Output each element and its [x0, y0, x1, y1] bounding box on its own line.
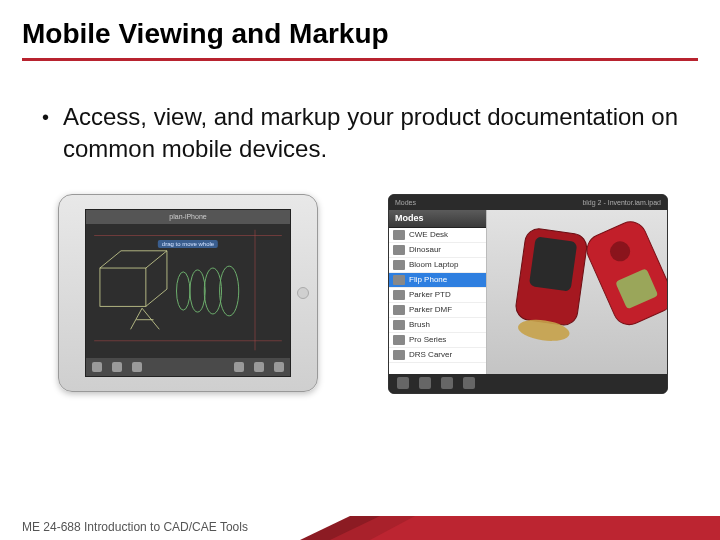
sidebar-thumb-icon — [393, 230, 405, 240]
topbar-right-label: bldg 2 - Inventor.iam.ipad — [582, 199, 661, 206]
svg-rect-0 — [100, 268, 146, 306]
sidebar-item-label: DRS Carver — [409, 350, 452, 359]
tablet-device: Modes bldg 2 - Inventor.iam.ipad Modes C… — [388, 194, 668, 394]
svg-rect-15 — [529, 236, 578, 291]
flip-phone-render-icon — [487, 210, 667, 374]
sidebar-thumb-icon — [393, 245, 405, 255]
topbar-left-label: Modes — [395, 199, 416, 206]
sidebar-thumb-icon — [393, 335, 405, 345]
bullet-list: • Access, view, and markup your product … — [0, 61, 720, 166]
slide-footer: ME 24-688 Introduction to CAD/CAE Tools — [0, 514, 720, 540]
toolbar-icon — [234, 362, 244, 372]
bottombar-icon — [397, 377, 409, 389]
sidebar-item: Brush — [389, 318, 486, 333]
screenshots-row: plan-iPhone drag to move whole — [0, 166, 720, 394]
footer-band-graphic — [300, 516, 720, 540]
sidebar-item: Pro Series — [389, 333, 486, 348]
sidebar-thumb-icon — [393, 290, 405, 300]
sidebar-item-label: Parker DMF — [409, 305, 452, 314]
sidebar-item-label: CWE Desk — [409, 230, 448, 239]
sidebar-item-label: Brush — [409, 320, 430, 329]
svg-point-10 — [220, 266, 239, 316]
ipad-device: plan-iPhone drag to move whole — [58, 194, 318, 392]
svg-line-2 — [146, 251, 167, 268]
sidebar-item: Flip Phone — [389, 273, 486, 288]
bullet-text: Access, view, and markup your product do… — [63, 101, 690, 166]
sidebar-item: Bloom Laptop — [389, 258, 486, 273]
canvas-hint-label: drag to move whole — [158, 240, 218, 248]
bullet-marker: • — [42, 101, 49, 133]
sidebar-thumb-icon — [393, 320, 405, 330]
tablet-topbar: Modes bldg 2 - Inventor.iam.ipad — [389, 195, 667, 210]
sidebar-item-label: Bloom Laptop — [409, 260, 458, 269]
ipad-screen: plan-iPhone drag to move whole — [85, 209, 291, 377]
cad-canvas: drag to move whole — [86, 224, 290, 358]
svg-point-8 — [190, 270, 205, 312]
bullet-item: • Access, view, and markup your product … — [42, 101, 690, 166]
sidebar-item: CWE Desk — [389, 228, 486, 243]
svg-rect-17 — [582, 217, 667, 330]
svg-marker-22 — [370, 516, 720, 540]
svg-point-7 — [177, 272, 190, 310]
slide-title: Mobile Viewing and Markup — [0, 0, 720, 58]
toolbar-icon — [112, 362, 122, 372]
tablet-sidebar: Modes CWE DeskDinosaurBloom LaptopFlip P… — [389, 210, 487, 374]
bottombar-icon — [419, 377, 431, 389]
sidebar-item: Parker PTD — [389, 288, 486, 303]
home-button-icon — [297, 287, 309, 299]
toolbar-icon — [274, 362, 284, 372]
sidebar-item-label: Pro Series — [409, 335, 446, 344]
sidebar-header: Modes — [389, 210, 486, 228]
tablet-bottombar — [389, 374, 667, 393]
ipad-topbar: plan-iPhone — [86, 210, 290, 224]
sidebar-item: Dinosaur — [389, 243, 486, 258]
bottombar-icon — [463, 377, 475, 389]
sidebar-thumb-icon — [393, 275, 405, 285]
toolbar-icon — [92, 362, 102, 372]
sidebar-item: DRS Carver — [389, 348, 486, 363]
bottombar-icon — [441, 377, 453, 389]
sidebar-item-label: Dinosaur — [409, 245, 441, 254]
sidebar-item: Parker DMF — [389, 303, 486, 318]
sidebar-thumb-icon — [393, 260, 405, 270]
tablet-body: Modes CWE DeskDinosaurBloom LaptopFlip P… — [389, 210, 667, 374]
sidebar-item-label: Parker PTD — [409, 290, 451, 299]
sidebar-thumb-icon — [393, 305, 405, 315]
sidebar-item-label: Flip Phone — [409, 275, 447, 284]
svg-line-1 — [100, 251, 121, 268]
toolbar-icon — [254, 362, 264, 372]
svg-point-9 — [204, 268, 221, 314]
footer-text: ME 24-688 Introduction to CAD/CAE Tools — [22, 520, 248, 534]
svg-line-5 — [146, 289, 167, 306]
toolbar-icon — [132, 362, 142, 372]
ipad-toolbar — [86, 358, 290, 376]
model-viewport — [487, 210, 667, 374]
sidebar-thumb-icon — [393, 350, 405, 360]
